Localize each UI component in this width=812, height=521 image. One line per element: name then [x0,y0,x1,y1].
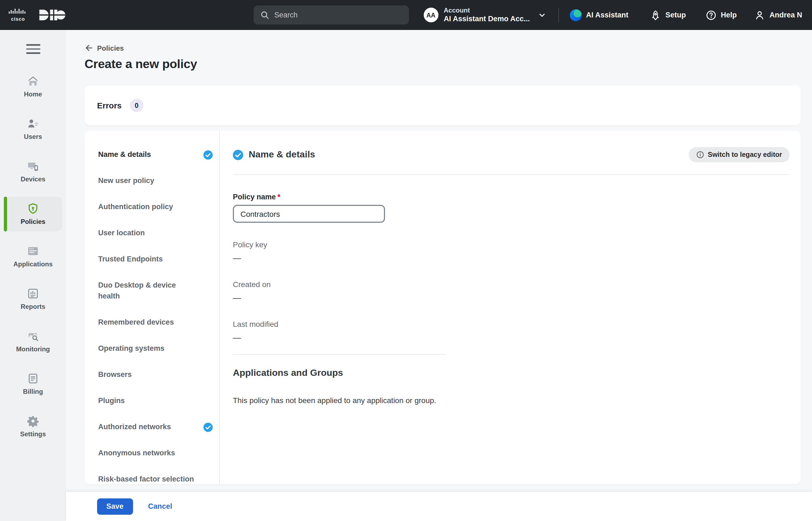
save-button[interactable]: Save [97,498,133,515]
sidebar-item-monitoring[interactable]: Monitoring [4,324,62,359]
sidebar-item-label: Settings [20,430,46,438]
sidebar-item-settings[interactable]: Settings [4,409,62,444]
policy-nav-label: Risk-based factor selection [98,474,213,484]
topbar-right: AA Account AI Assistant Demo Acc... AI A… [424,6,802,24]
policy-nav-label: New user policy [98,175,213,186]
settings-icon [27,414,39,428]
policy-nav-plugins[interactable]: Plugins [98,395,219,406]
sidebar-item-label: Monitoring [16,345,50,353]
policy-nav-risk-based-factor-selection[interactable]: Risk-based factor selection [98,474,219,484]
topbar-link-setup[interactable]: Setup [650,9,686,20]
search-input[interactable] [274,11,394,19]
sidebar-item-label: Home [24,90,42,98]
policy-nav-label: Remembered devices [98,317,213,328]
section-title: Name & details [249,149,689,160]
errors-count-badge: 0 [130,98,144,112]
cisco-logo: cisco [9,8,27,22]
last-modified-label: Last modified [233,320,790,329]
sidebar-item-home[interactable]: Home [4,69,62,104]
billing-icon [27,372,39,385]
policy-nav-label: Trusted Endpoints [98,254,213,265]
applications-groups-empty-text: This policy has not been applied to any … [233,396,790,405]
setup-icon [650,9,661,20]
policy-nav-user-location[interactable]: User location [98,228,219,239]
legacy-button-label: Switch to legacy editor [708,151,782,159]
created-on-label: Created on [233,280,790,289]
cisco-wordmark: cisco [11,16,25,22]
duo-logo [37,9,68,21]
search-icon [260,10,270,20]
policy-nav-operating-systems[interactable]: Operating systems [98,343,219,354]
policy-key-value: — [233,253,790,263]
page-title: Create a new policy [85,57,800,71]
menu-toggle-icon[interactable] [26,44,40,54]
policy-nav-label: Authorized networks [98,422,199,432]
topbar-link-help[interactable]: Help [705,9,737,20]
policy-name-input[interactable] [233,205,385,223]
policies-icon [27,202,39,215]
name-details-pane: Name & details Switch to legacy editor P… [220,131,800,484]
header-divider [233,174,790,175]
account-avatar[interactable]: AA [424,8,438,22]
policy-nav-trusted-endpoints[interactable]: Trusted Endpoints [98,254,219,265]
sidebar-item-policies[interactable]: Policies [4,196,62,231]
back-arrow-icon [85,44,93,52]
policy-nav-anonymous-networks[interactable]: Anonymous networks [98,448,219,459]
sidebar-item-label: Billing [23,388,43,395]
policy-nav-label: Name & details [98,149,199,160]
sidebar-item-reports[interactable]: Reports [4,281,62,316]
home-icon [27,75,39,88]
user-icon [754,9,765,20]
policy-nav-browsers[interactable]: Browsers [98,369,219,380]
policy-nav-duo-desktop-device-health[interactable]: Duo Desktop & device health [98,280,219,302]
switch-legacy-editor-button[interactable]: Switch to legacy editor [689,147,790,162]
ai-assistant-icon [570,9,582,21]
policy-nav-label: Duo Desktop & device health [98,280,180,302]
search-bar [254,5,409,24]
sidebar-item-billing[interactable]: Billing [4,366,62,401]
main-content: Policies Create a new policy Errors 0 Na… [66,30,812,521]
policy-section-nav: Name & detailsNew user policyAuthenticat… [85,131,220,484]
topbar-link-label: Andrea N [769,11,802,19]
chevron-down-icon[interactable] [537,10,546,19]
topbar-link-user[interactable]: Andrea N [754,9,802,20]
policy-nav-label: Plugins [98,395,213,406]
section-header: Name & details Switch to legacy editor [233,147,790,162]
topbar-link-label: AI Assistant [586,11,628,19]
policy-nav-label: Anonymous networks [98,448,213,459]
help-icon [705,9,716,20]
info-icon [697,151,704,159]
policy-nav-label: Authentication policy [98,202,213,212]
monitoring-icon [27,330,39,343]
errors-label: Errors [97,101,122,110]
sidebar-item-applications[interactable]: Applications [4,239,62,274]
breadcrumb[interactable]: Policies [85,44,124,52]
sidebar-item-users[interactable]: Users [4,111,62,146]
users-icon [27,117,39,130]
last-modified-value: — [233,333,790,342]
policy-nav-label: Browsers [98,369,213,380]
policy-key-label: Policy key [233,240,790,249]
sidebar-item-label: Users [24,133,42,140]
applications-icon [27,245,39,258]
account-label: Account [444,6,530,15]
topbar-link-ai-assistant[interactable]: AI Assistant [570,9,628,21]
policy-nav-remembered-devices[interactable]: Remembered devices [98,317,219,328]
cancel-button[interactable]: Cancel [148,502,172,511]
policy-nav-authorized-networks[interactable]: Authorized networks [98,422,219,432]
policy-nav-label: User location [98,228,213,239]
required-asterisk: * [278,193,281,201]
devices-icon [27,160,39,173]
policy-nav-new-user-policy[interactable]: New user policy [98,175,219,186]
section-complete-check-icon [233,150,243,160]
breadcrumb-label: Policies [97,44,124,52]
sidebar-item-label: Reports [21,303,45,311]
account-selector[interactable]: Account AI Assistant Demo Acc... [444,6,530,24]
sidebar-item-devices[interactable]: Devices [4,154,62,189]
created-on-value: — [233,293,790,302]
topbar-link-label: Setup [665,11,686,19]
policy-nav-authentication-policy[interactable]: Authentication policy [98,202,219,212]
account-name: AI Assistant Demo Acc... [444,15,530,24]
policy-nav-name-details[interactable]: Name & details [98,149,219,160]
section-complete-check-icon [204,423,213,432]
